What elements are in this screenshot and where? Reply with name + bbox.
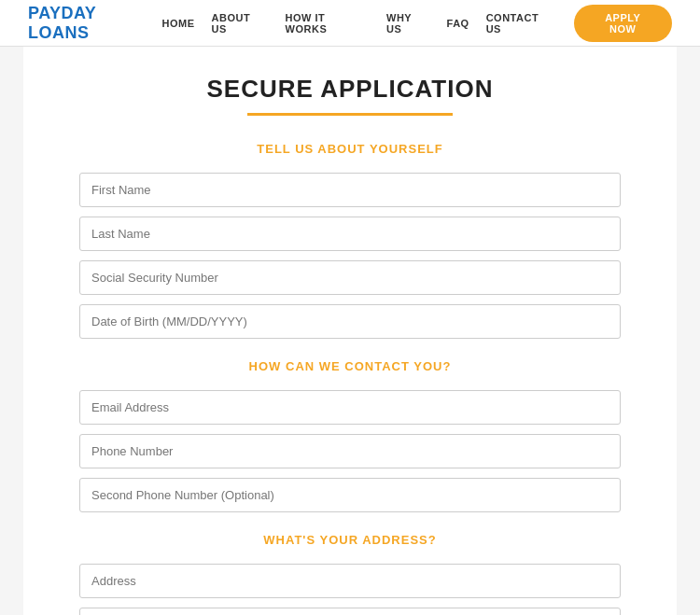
nav-home[interactable]: HOME bbox=[162, 18, 195, 29]
site-logo: PAYDAY LOANS bbox=[28, 4, 162, 43]
section-contact-title: HOW CAN WE CONTACT YOU? bbox=[79, 359, 621, 373]
phone2-group bbox=[79, 478, 621, 512]
nav-about[interactable]: ABOUT US bbox=[212, 12, 269, 35]
ssn-group bbox=[79, 260, 621, 295]
apply-now-button[interactable]: APPLY NOW bbox=[574, 5, 672, 42]
nav-faq[interactable]: FAQ bbox=[447, 18, 469, 29]
phone-input[interactable] bbox=[79, 434, 621, 468]
dob-input[interactable] bbox=[79, 304, 621, 339]
email-group bbox=[79, 390, 621, 425]
nav-why[interactable]: WHY US bbox=[386, 12, 430, 35]
section-address-title: WHAT'S YOUR ADDRESS? bbox=[79, 533, 621, 547]
section-address: WHAT'S YOUR ADDRESS? State AL AK AZ CA C… bbox=[79, 533, 621, 615]
ssn-input[interactable] bbox=[79, 260, 621, 295]
section-about-title: TELL US ABOUT YOURSELF bbox=[79, 142, 621, 156]
last-name-group bbox=[79, 217, 621, 251]
last-name-input[interactable] bbox=[79, 217, 621, 251]
nav-contact[interactable]: CONTACT US bbox=[486, 12, 557, 35]
dob-group bbox=[79, 304, 621, 339]
address-input[interactable] bbox=[79, 564, 621, 598]
section-about: TELL US ABOUT YOURSELF bbox=[79, 142, 621, 339]
email-input[interactable] bbox=[79, 390, 621, 425]
suite-group bbox=[79, 608, 621, 615]
main-nav: HOME ABOUT US HOW IT WORKS WHY US FAQ CO… bbox=[162, 5, 672, 42]
phone-group bbox=[79, 434, 621, 468]
suite-input[interactable] bbox=[79, 608, 621, 615]
address-group bbox=[79, 564, 621, 598]
section-contact: HOW CAN WE CONTACT YOU? bbox=[79, 359, 621, 512]
header: PAYDAY LOANS HOME ABOUT US HOW IT WORKS … bbox=[0, 0, 700, 47]
phone2-input[interactable] bbox=[79, 478, 621, 512]
page-title: SECURE APPLICATION bbox=[79, 75, 621, 104]
nav-how[interactable]: HOW IT WORKS bbox=[286, 12, 370, 35]
main-content: SECURE APPLICATION TELL US ABOUT YOURSEL… bbox=[23, 47, 677, 615]
first-name-group bbox=[79, 173, 621, 207]
first-name-input[interactable] bbox=[79, 173, 621, 207]
title-underline bbox=[247, 113, 453, 116]
